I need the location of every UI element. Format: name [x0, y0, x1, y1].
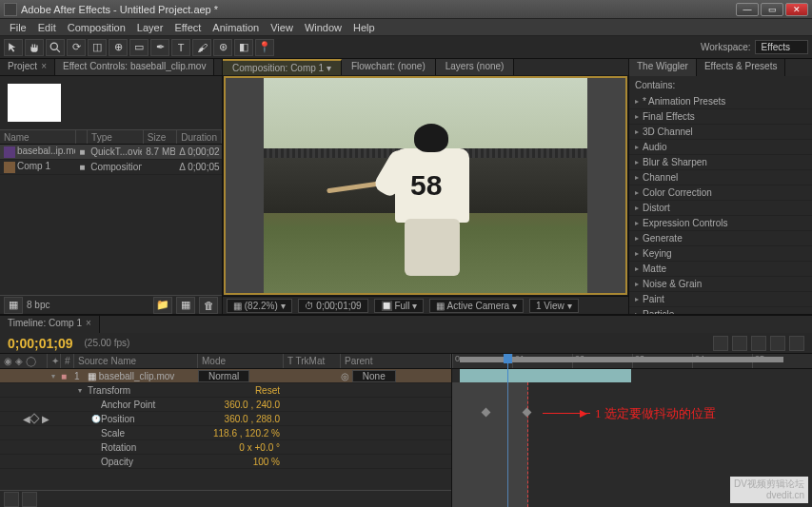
minimize-button[interactable]: — [736, 3, 759, 16]
clone-tool[interactable]: ⊛ [213, 39, 232, 56]
effect-category[interactable]: Color Correction [629, 185, 812, 201]
effect-category[interactable]: Generate [629, 231, 812, 246]
menu-view[interactable]: View [265, 20, 299, 35]
composition-viewer[interactable]: 58 [224, 76, 627, 295]
menu-file[interactable]: File [4, 20, 32, 35]
tl-icon-4[interactable] [770, 336, 785, 351]
col-duration[interactable]: Duration [177, 130, 222, 144]
effect-category[interactable]: Particle [629, 307, 812, 314]
view-dropdown[interactable]: 1 View ▾ [529, 299, 579, 313]
contains-label: Contains: [635, 80, 675, 90]
menu-bar: File Edit Composition Layer Effect Anima… [0, 19, 812, 36]
app-icon [4, 3, 17, 16]
pan-behind-tool[interactable]: ⊕ [109, 39, 128, 56]
zoom-tool[interactable] [46, 39, 65, 56]
col-source-name[interactable]: Source Name [74, 354, 198, 368]
wiggler-tab[interactable]: The Wiggler [629, 59, 697, 76]
menu-effect[interactable]: Effect [168, 20, 207, 35]
property-row[interactable]: Anchor Point360.0 , 240.0 [0, 398, 451, 412]
tl-icon-1[interactable] [713, 336, 728, 351]
hand-tool[interactable] [25, 39, 44, 56]
maximize-button[interactable]: ▭ [761, 3, 783, 16]
menu-composition[interactable]: Composition [62, 20, 131, 35]
interpret-footage-icon[interactable]: ▦ [4, 297, 23, 314]
menu-help[interactable]: Help [347, 20, 381, 35]
layer-duration-bar[interactable] [460, 369, 631, 382]
window-title: Adobe After Effects - Untitled Project.a… [21, 4, 736, 15]
trash-icon[interactable]: 🗑 [199, 297, 218, 314]
effects-presets-tab[interactable]: Effects & Presets [697, 59, 786, 76]
col-trkmat[interactable]: T TrkMat [284, 354, 341, 368]
menu-edit[interactable]: Edit [32, 20, 62, 35]
shape-tool[interactable]: ▭ [129, 39, 149, 56]
tool-bar: ⟳ ◫ ⊕ ▭ ✒ T 🖌 ⊛ ◧ 📍 Workspace: Effects [0, 36, 812, 59]
effect-category[interactable]: Paint [629, 292, 812, 307]
watermark: DV视频剪辑论坛 dvedit.cn [730, 477, 808, 503]
effect-category[interactable]: 3D Channel [629, 125, 812, 140]
rotate-tool[interactable]: ⟳ [67, 39, 86, 56]
workspace-dropdown[interactable]: Effects [755, 40, 808, 54]
effects-list[interactable]: * Animation PresetsFinal Effects3D Chann… [629, 94, 812, 314]
col-mode[interactable]: Mode [198, 354, 284, 368]
col-parent[interactable]: Parent [341, 354, 451, 368]
project-item-footage[interactable]: basebal..ip.mov ■ QuickT...ovie 8.7 MB Δ… [0, 145, 222, 160]
annotation-arrow [543, 413, 590, 414]
comp-tab[interactable]: Composition: Comp 1 ▾ [223, 59, 342, 75]
effect-category[interactable]: Keying [629, 246, 812, 262]
layers-tab[interactable]: Layers (none) [436, 59, 515, 75]
effect-category[interactable]: Final Effects [629, 109, 812, 125]
tl-icon-2[interactable] [732, 336, 747, 351]
property-row[interactable]: ◀ ▶🕐Position360.0 , 288.0 [0, 412, 451, 426]
menu-layer[interactable]: Layer [131, 20, 169, 35]
selection-region [452, 382, 528, 507]
workspace-label: Workspace: [701, 42, 751, 52]
effect-controls-tab[interactable]: Effect Controls: baseball_clip.mov [55, 59, 214, 75]
svg-line-1 [56, 49, 60, 52]
eraser-tool[interactable]: ◧ [234, 39, 253, 56]
effect-category[interactable]: Channel [629, 170, 812, 185]
close-button[interactable]: ✕ [785, 3, 808, 16]
property-row[interactable]: Scale118.6 , 120.2 % [0, 426, 451, 440]
project-tab[interactable]: Project× [0, 59, 55, 75]
bpc-toggle[interactable]: 8 bpc [27, 300, 50, 310]
camera-tool[interactable]: ◫ [88, 39, 107, 56]
project-item-comp[interactable]: Comp 1 ■ Composition Δ 0;00;05 [0, 160, 222, 175]
effect-category[interactable]: * Animation Presets [629, 94, 812, 109]
viewer-timecode[interactable]: ⏱ 0;00;01;09 [298, 299, 368, 313]
new-comp-icon[interactable]: ▦ [176, 297, 195, 314]
brush-tool[interactable]: 🖌 [192, 39, 211, 56]
zoom-dropdown[interactable]: ▦ (82.2%) ▾ [227, 299, 292, 313]
effect-category[interactable]: Noise & Grain [629, 277, 812, 292]
selection-tool[interactable] [4, 39, 23, 56]
transform-group[interactable]: ▾ Transform Reset [0, 383, 451, 398]
flowchart-tab[interactable]: Flowchart: (none) [342, 59, 436, 75]
camera-dropdown[interactable]: ▦ Active Camera ▾ [429, 299, 524, 313]
fps-label: (25.00 fps) [85, 338, 130, 348]
effect-category[interactable]: Expression Controls [629, 216, 812, 231]
tl-icon-5[interactable] [789, 336, 804, 351]
property-row[interactable]: Opacity100 % [0, 455, 451, 469]
timeline-tab[interactable]: Timeline: Comp 1× [0, 316, 100, 333]
puppet-tool[interactable]: 📍 [255, 39, 274, 56]
new-folder-icon[interactable]: 📁 [153, 297, 172, 314]
effect-category[interactable]: Audio [629, 140, 812, 155]
effect-category[interactable]: Blur & Sharpen [629, 155, 812, 170]
menu-window[interactable]: Window [299, 20, 347, 35]
col-type[interactable]: Type [88, 130, 144, 144]
col-name[interactable]: Name [0, 130, 76, 144]
effect-category[interactable]: Distort [629, 201, 812, 216]
type-tool[interactable]: T [171, 39, 190, 56]
project-thumbnail [8, 84, 61, 122]
effect-category[interactable]: Matte [629, 262, 812, 277]
layer-row[interactable]: ▾ ■ 1 ▦ baseball_clip.mov Normal ◎ None [0, 369, 451, 383]
toggle-switches-icon[interactable] [4, 492, 19, 507]
property-row[interactable]: Rotation0 x +0.0 ° [0, 440, 451, 455]
resolution-dropdown[interactable]: 🔲 Full ▾ [374, 299, 425, 313]
menu-animation[interactable]: Animation [207, 20, 265, 35]
col-label[interactable] [76, 130, 88, 144]
tl-icon-3[interactable] [751, 336, 766, 351]
pen-tool[interactable]: ✒ [150, 39, 169, 56]
current-timecode[interactable]: 0;00;01;09 [8, 336, 73, 351]
col-size[interactable]: Size [144, 130, 177, 144]
toggle-modes-icon[interactable] [22, 492, 37, 507]
